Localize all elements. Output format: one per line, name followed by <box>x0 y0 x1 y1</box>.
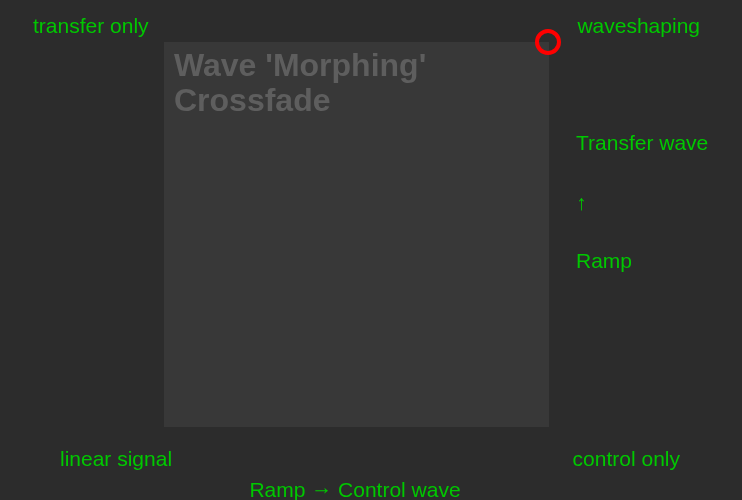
y-axis-label-top: Transfer wave <box>576 130 708 155</box>
corner-label-top-right: waveshaping <box>577 13 700 38</box>
corner-label-bottom-left: linear signal <box>60 446 172 471</box>
corner-label-top-left: transfer only <box>33 13 149 38</box>
corner-label-bottom-right: control only <box>573 446 680 471</box>
xy-pad-handle[interactable] <box>535 29 561 55</box>
x-axis-label: Ramp → Control wave <box>205 477 505 500</box>
pad-title: Wave 'Morphing' Crossfade <box>174 48 549 118</box>
y-axis-label-bottom: Ramp <box>576 248 632 273</box>
xy-crossfade-pad[interactable]: Wave 'Morphing' Crossfade <box>164 42 549 427</box>
y-axis-arrow-icon: ↑ <box>576 190 587 215</box>
